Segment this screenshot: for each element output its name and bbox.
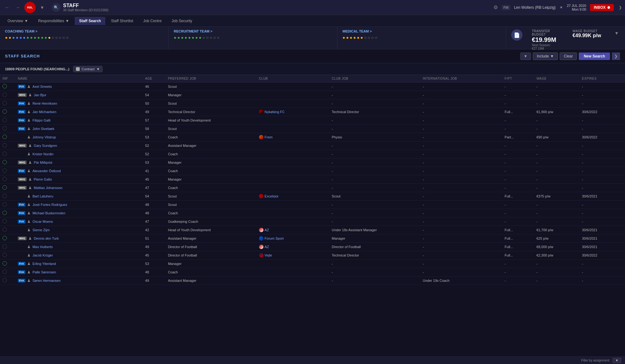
inf-circle-icon[interactable] [2,278,7,282]
club-name[interactable]: Nykøbing FC [265,110,285,114]
table-row[interactable]: ♟Sieme Zijm42Head of Youth DevelopmentAZ… [0,226,625,234]
inf-circle-icon[interactable] [2,185,7,190]
inf-circle-icon[interactable] [2,152,7,156]
inf-circle-icon[interactable] [2,270,7,274]
col-header-club-job[interactable]: CLUB JOB [329,75,420,82]
staff-name[interactable]: Jan Michaelsen [32,110,56,114]
inf-circle-icon[interactable] [2,160,7,164]
col-header-club[interactable]: CLUB [257,75,329,82]
tab-responsibilities[interactable]: Responsibilities ▼ [34,17,73,25]
next-page-button[interactable]: ❯ [612,52,620,60]
inf-circle-icon[interactable] [2,219,7,223]
staff-name[interactable]: Gary Sundgren [34,144,57,147]
table-row[interactable]: FrA♟Alexander Östlund41Coach----- [0,167,625,175]
table-row[interactable]: ♟Max Huiberts49Director of FootballAZDir… [0,243,625,251]
recruitment-team-title[interactable]: RECRUITMENT TEAM > [174,29,332,33]
club-dropdown[interactable]: ▼ [38,4,46,11]
table-row[interactable]: FrA♟José Fortes Rodríguez48Scout----- [0,201,625,209]
col-header-preferred-job[interactable]: PREFERRED JOB [165,75,256,82]
staff-name[interactable]: René Henriksen [32,102,57,105]
staff-name[interactable]: Erling Ytterland [32,262,56,266]
staff-name[interactable]: Sieme Zijm [32,228,50,232]
forward-button[interactable]: → [14,4,22,11]
table-row[interactable]: FrA♟Jan Michaelsen49Technical DirectorNy… [0,108,625,116]
table-row[interactable]: FrA♟René Henriksen50Scout----- [0,99,625,108]
table-row[interactable]: ♟Johnny Vilstrup53CoachFremPhysio-Part..… [0,133,625,142]
staff-name[interactable]: Palle Sørensen [32,270,56,274]
inf-circle-icon[interactable] [2,143,7,147]
staff-name[interactable]: Oscar Moens [32,220,53,223]
table-row[interactable]: ♟Bart Latuheru54ScoutExcelsiorScout-Full… [0,192,625,201]
staff-name[interactable]: Filippo Galli [32,118,50,122]
col-header-fpt[interactable]: F/PT [502,75,534,82]
col-header-expires[interactable]: EXPIRES [579,75,625,82]
inf-circle-icon[interactable] [2,236,7,240]
table-row[interactable]: WH1♟Dennis den Turk51Assistant ManagerFo… [0,234,625,243]
back-button[interactable]: ← [3,4,11,11]
club-name[interactable]: Excelsior [265,194,279,198]
staff-name[interactable]: Mattias Johansson [34,186,62,190]
club-name[interactable]: Forum Sport [265,237,284,240]
tab-job-security[interactable]: Job Security [167,17,197,25]
table-row[interactable]: FrA♟John Sivebæk58Scout----- [0,125,625,133]
tab-staff-search[interactable]: Staff Search [75,17,105,25]
clear-button[interactable]: Clear [560,52,577,60]
table-row[interactable]: WH1♟Pierre Gallo45Manager----- [0,175,625,184]
inf-circle-icon[interactable] [2,194,7,198]
col-header-age[interactable]: AGE [143,75,166,82]
new-search-button[interactable]: New Search [579,52,610,60]
table-row[interactable]: WH1♟Jan Bjur54Manager----- [0,91,625,99]
col-header-inf[interactable]: INF [0,75,15,82]
table-row[interactable]: FrA♟Erling Ytterland53Manager----- [0,260,625,268]
tab-job-centre[interactable]: Job Centre [139,17,166,25]
global-search-button[interactable]: 🔍 [52,3,61,12]
table-row[interactable]: FrA♟Søren Hermansen49Assistant Manager-U… [0,277,625,285]
notification-icon[interactable]: ⚙ [493,4,498,10]
inbox-button[interactable]: INBOX [590,4,614,11]
club-name[interactable]: AZ [265,245,269,249]
staff-name[interactable]: Søren Hermansen [32,279,61,282]
table-row[interactable]: WH1♟Mattias Johansson47Coach----- [0,184,625,192]
staff-name[interactable]: John Sivebæk [32,127,54,131]
col-header-intl-job[interactable]: INTERNATIONAL JOB [420,75,502,82]
inf-circle-icon[interactable] [2,109,7,114]
inf-circle-icon[interactable] [2,126,7,131]
inf-circle-icon[interactable] [2,118,7,122]
inf-circle-icon[interactable] [2,168,7,173]
table-row[interactable]: FrA♟Michael Buskermolen48Coach----- [0,209,625,217]
inf-circle-icon[interactable] [2,227,7,232]
table-row[interactable]: ♟Jacob Krüger45Director of FootballVejle… [0,251,625,260]
inf-circle-icon[interactable] [2,253,7,257]
staff-name[interactable]: Max Huiberts [32,245,53,249]
inf-circle-icon[interactable] [2,177,7,181]
staff-name[interactable]: Jan Bjur [34,93,46,97]
coaching-team-title[interactable]: COACHING TEAM > [5,29,163,33]
inf-circle-icon[interactable] [2,261,7,266]
inf-circle-icon[interactable] [2,135,7,139]
table-row[interactable]: FrA♟Axel Smeets46Scout----- [0,82,625,91]
staff-name[interactable]: Alexander Östlund [32,169,61,173]
table-row[interactable]: ♟Krister Nordin52Coach----- [0,150,625,158]
staff-name[interactable]: Pierre Gallo [34,177,52,181]
staff-name[interactable]: Johnny Vilstrup [32,135,56,139]
table-row[interactable]: FrA♟Oscar Moens47Goalkeeping Coach----- [0,217,625,226]
medical-team-title[interactable]: MEDICAL TEAM > [342,29,501,33]
col-header-name[interactable]: NAME [15,75,143,82]
contract-filter-button[interactable]: Contract ▼ [73,66,102,72]
staff-name[interactable]: Dennis den Turk [34,237,59,240]
staff-name[interactable]: Jacob Krüger [32,253,53,257]
manager-dropdown[interactable]: ▼ [559,5,563,10]
table-row[interactable]: FrA♟Palle Sørensen48Coach----- [0,268,625,277]
filter-toggle-button[interactable]: ▼ [520,52,531,60]
col-header-wage[interactable]: WAGE [534,75,580,82]
staff-name[interactable]: Krister Nordin [32,152,53,156]
inf-circle-icon[interactable] [2,211,7,215]
tab-overview[interactable]: Overview ▼ [3,17,32,25]
tab-staff-shortlist[interactable]: Staff Shortlist [107,17,138,25]
inf-circle-icon[interactable] [2,101,7,105]
staff-name[interactable]: Bart Latuheru [32,194,53,198]
club-name[interactable]: AZ [265,228,269,232]
club-name[interactable]: Vejle [265,253,272,257]
table-row[interactable]: WH1♟Pär Millqvist53Manager----- [0,158,625,167]
staff-name[interactable]: José Fortes Rodríguez [32,203,67,207]
